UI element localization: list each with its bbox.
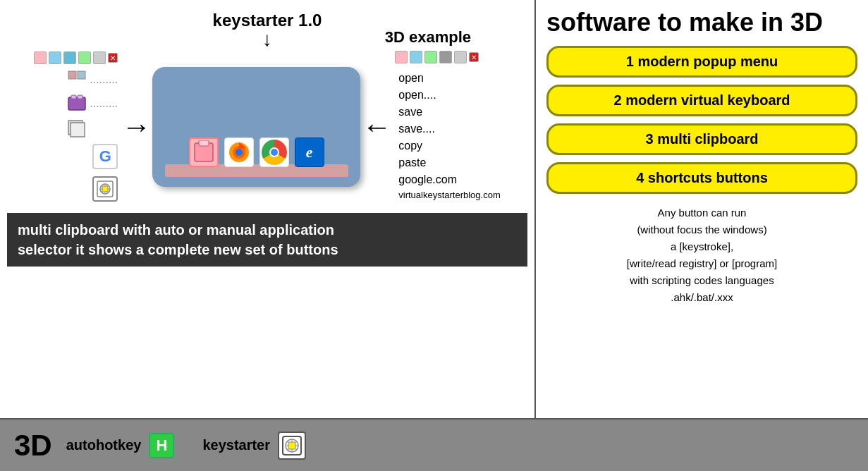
desc-line4: [write/read registry] or [program] <box>546 255 857 272</box>
svg-point-16 <box>236 149 243 156</box>
svg-rect-4 <box>78 95 82 99</box>
right-pink-btn[interactable] <box>395 51 408 63</box>
lgray-btn[interactable] <box>93 51 106 64</box>
app-icon-chrome <box>259 137 289 167</box>
right-lgray-btn[interactable] <box>454 51 467 63</box>
svg-rect-2 <box>68 97 85 110</box>
arrow-right-icon: ← <box>362 110 391 144</box>
pink-btn[interactable] <box>34 51 47 64</box>
btn-popup-menu[interactable]: 1 modern popup menu <box>546 46 857 78</box>
autohotkey-section: autohotkey H <box>66 433 175 458</box>
context-save[interactable]: save <box>398 104 422 121</box>
context-blog[interactable]: virtualkeystarterblog.com <box>398 188 501 202</box>
right-btn-row-top: ✕ <box>395 51 479 63</box>
desc-line6: .ahk/.bat/.xxx <box>546 289 857 306</box>
keystarter-bottom-label: keystarter <box>202 437 270 453</box>
context-copy[interactable]: copy <box>398 137 422 154</box>
right-gray-btn[interactable] <box>439 51 452 63</box>
svg-rect-13 <box>199 140 209 146</box>
right-description: Any button can run (without focus the wi… <box>546 204 857 306</box>
desc-line2: (without focus the windows) <box>546 221 857 238</box>
svg-rect-21 <box>288 442 295 449</box>
arrow-left-icon: → <box>121 110 151 144</box>
tool-icon-3 <box>66 117 87 138</box>
context-save-dots[interactable]: save.... <box>398 121 435 137</box>
red-x-btn[interactable]: ✕ <box>108 53 118 63</box>
app-icon-ie: e <box>295 137 324 167</box>
right-title: software to make in 3D <box>546 7 857 37</box>
right-green-btn[interactable] <box>424 51 437 63</box>
btn-multi-clipboard[interactable]: 3 multi clipboard <box>546 123 857 155</box>
ahk-icon: H <box>149 433 174 458</box>
tool-icon-1 <box>66 69 87 90</box>
desc-line1: Any button can run <box>546 204 857 221</box>
bottom-bar: 3D autohotkey H keystarter <box>0 418 868 471</box>
keystarter-title: keystarter 1.0 <box>213 11 322 30</box>
keystarter-small-icon[interactable] <box>92 176 118 202</box>
example-label: 3D example <box>385 28 471 47</box>
bottom-text-line2: selector it shows a complete new set of … <box>18 240 517 259</box>
desc-line3: a [keystroke], <box>546 238 857 255</box>
svg-rect-6 <box>71 123 85 137</box>
icons-row: e <box>189 137 324 167</box>
btn-shortcuts-buttons[interactable]: 4 shortcuts buttons <box>546 162 857 194</box>
autohotkey-label: autohotkey <box>66 437 142 453</box>
teal-btn[interactable] <box>63 51 76 64</box>
main-content: keystarter 1.0 ↓ 3D example ✕ <box>0 0 868 418</box>
context-menu: open open.... save save.... copy paste g… <box>395 70 501 202</box>
dotted-line-2: ......... <box>90 97 118 110</box>
box-area: ✕ ......... <box>7 51 527 202</box>
right-red-btn[interactable]: ✕ <box>469 52 479 62</box>
tool-icon-2 <box>66 93 87 114</box>
right-buttons-area: ✕ open open.... save save.... copy paste… <box>395 51 501 202</box>
three-d-box: e <box>152 67 360 187</box>
svg-rect-11 <box>102 186 108 192</box>
tool-row-1: ......... <box>66 69 118 90</box>
dotted-line-1: ......... <box>90 73 118 86</box>
svg-rect-3 <box>71 95 76 99</box>
right-panel: software to make in 3D 1 modern popup me… <box>536 0 868 418</box>
app-icon-pink <box>189 137 219 167</box>
svg-rect-1 <box>78 71 85 79</box>
context-open[interactable]: open <box>398 70 424 87</box>
app-icon-firefox <box>224 137 254 167</box>
bottom-text-block: multi clipboard with auto or manual appl… <box>7 213 527 267</box>
btn-virtual-keyboard[interactable]: 2 modern virtual keyboard <box>546 85 857 116</box>
keystarter-section: keystarter <box>195 432 306 460</box>
keystarter-bottom-icon <box>278 432 306 460</box>
tool-row-3 <box>66 117 118 138</box>
green-btn[interactable] <box>78 51 91 64</box>
bottom-text-line1: multi clipboard with auto or manual appl… <box>18 220 517 240</box>
left-btn-row-top: ✕ <box>34 51 118 64</box>
svg-rect-0 <box>68 71 76 79</box>
desc-line5: with scripting codes languages <box>546 272 857 289</box>
context-open-dots[interactable]: open.... <box>398 87 436 104</box>
bottom-3d-label: 3D <box>14 429 52 463</box>
context-paste[interactable]: paste <box>398 154 426 171</box>
left-panel: keystarter 1.0 ↓ 3D example ✕ <box>0 0 536 418</box>
blue-btn[interactable] <box>49 51 61 64</box>
ahk-letter: H <box>156 436 167 455</box>
right-blue-btn[interactable] <box>410 51 422 63</box>
left-top-section: keystarter 1.0 ↓ 3D example ✕ <box>7 7 527 213</box>
google-icon[interactable]: G <box>92 144 118 169</box>
tool-row-2: ......... <box>66 93 118 114</box>
left-buttons-area: ✕ ......... <box>34 51 118 202</box>
context-google[interactable]: google.com <box>398 171 457 188</box>
